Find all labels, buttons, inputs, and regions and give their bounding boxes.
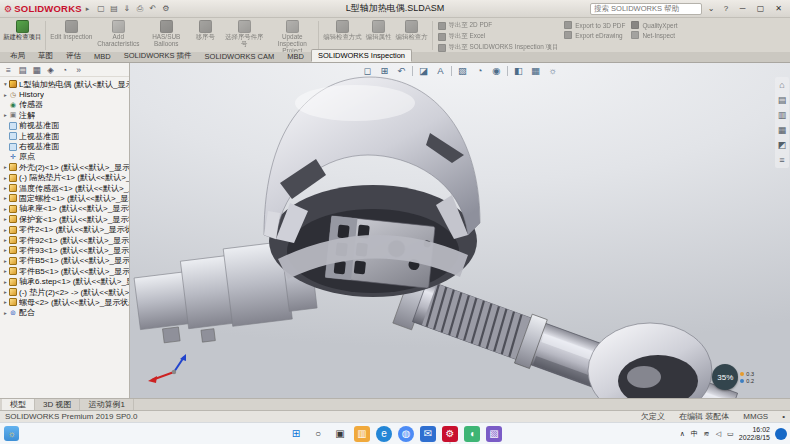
search-dropdown-icon[interactable]: ⌄	[705, 4, 717, 13]
display-style-icon[interactable]: ◔	[473, 65, 486, 76]
hide-show-items-icon[interactable]: ◉	[490, 65, 503, 76]
maximize-button[interactable]: ▢	[753, 2, 768, 16]
expander-icon[interactable]: ▸	[2, 310, 9, 316]
tree-item[interactable]: 右视基准面	[2, 141, 129, 151]
solidworks-icon[interactable]: ⚙	[442, 426, 458, 442]
tree-item[interactable]: 上视基准面	[2, 131, 129, 141]
tree-item[interactable]: ▸零件92<1> (默认<<默认>_显示状态	[2, 235, 129, 245]
wechat-icon[interactable]: ◖	[464, 426, 480, 442]
expander-icon[interactable]: ▸	[2, 268, 9, 274]
tree-item[interactable]: ▸零件B5<1> (默认<<默认>_显示状态	[2, 256, 129, 266]
displaymanager-tab-icon[interactable]: ◔	[59, 65, 70, 75]
save-icon[interactable]: ⇓	[121, 4, 132, 13]
edge-browser-icon[interactable]: e	[376, 426, 392, 442]
ime-indicator[interactable]: 中	[691, 429, 698, 439]
expander-icon[interactable]: ▸	[2, 206, 9, 212]
edit-appearance-icon[interactable]: ◧	[512, 65, 525, 76]
annotation-views-icon[interactable]: A	[434, 65, 447, 76]
dimxpertmanager-tab-icon[interactable]: ◈	[45, 65, 56, 75]
expander-icon[interactable]: ▸	[2, 279, 9, 285]
tree-item[interactable]: ▸零件93<1> (默认<<默认>_显示状态	[2, 245, 129, 255]
view-settings-icon[interactable]: ☼	[546, 65, 559, 76]
tree-item[interactable]: ▸⊚配合	[2, 308, 129, 318]
expander-icon[interactable]: ▸	[2, 227, 9, 233]
notification-badge[interactable]	[775, 428, 787, 440]
search-icon[interactable]: ○	[310, 426, 326, 442]
3d-model[interactable]	[130, 63, 790, 398]
options-icon[interactable]: ⚙	[160, 4, 171, 13]
network-icon[interactable]: ≋	[703, 430, 710, 438]
expander-icon[interactable]: ▸	[2, 185, 9, 191]
expander-icon[interactable]: ▸	[2, 299, 9, 305]
browser-icon[interactable]: ◍	[398, 426, 414, 442]
expander-icon[interactable]: ▸	[2, 258, 9, 264]
tree-item[interactable]: ▸▣注解	[2, 110, 129, 120]
previous-view-icon[interactable]: ↶	[395, 65, 408, 76]
tree-item[interactable]: 前视基准面	[2, 121, 129, 131]
zoom-area-icon[interactable]: ⊞	[378, 65, 391, 76]
featuremanager-tab-icon[interactable]: ≡	[3, 65, 14, 75]
resources-home-icon[interactable]: ⌂	[776, 80, 788, 90]
tree-item[interactable]: ▸轴承座<1> (默认<<默认>_显示状态	[2, 204, 129, 214]
print-icon[interactable]: ⎙	[134, 4, 145, 14]
tree-item[interactable]: ▸螺母<2> (默认<<默认>_显示状态	[2, 297, 129, 307]
custom-properties-icon[interactable]: ≡	[776, 155, 788, 165]
menu-expand-icon[interactable]: ▸	[86, 5, 90, 13]
expander-icon[interactable]: ▸	[2, 247, 9, 253]
apply-scene-icon[interactable]: ▦	[529, 65, 542, 76]
tree-item[interactable]: ▸保护套<1> (默认<<默认>_显示状态	[2, 214, 129, 224]
expander-icon[interactable]: ▸	[2, 216, 9, 222]
tree-item[interactable]: ▸轴承6.step<1> (默认<<默认>_显示	[2, 276, 129, 286]
volume-icon[interactable]: ◁	[715, 430, 722, 438]
tree-root[interactable]: ▾L型轴加热电偶 (默认<默认_显示状态-1	[2, 79, 129, 89]
propertymanager-tab-icon[interactable]: ▤	[17, 65, 28, 75]
tree-item[interactable]: ▸固定螺栓<1> (默认<<默认>_显示状	[2, 193, 129, 203]
undo-icon[interactable]: ↶	[147, 4, 158, 13]
new-document-icon[interactable]: ▢	[95, 4, 106, 13]
minimize-button[interactable]: ─	[735, 2, 750, 16]
expander-icon[interactable]: ▾	[2, 81, 9, 87]
section-view-icon[interactable]: ◪	[417, 65, 430, 76]
view-palette-icon[interactable]: ▦	[776, 125, 788, 135]
open-icon[interactable]: ▤	[108, 4, 119, 13]
tree-item[interactable]: ✛原点	[2, 152, 129, 162]
close-button[interactable]: ✕	[771, 2, 786, 16]
task-view-icon[interactable]: ▣	[332, 426, 348, 442]
tree-item[interactable]: ▸(-) 隔热垫片<1> (默认<<默认>_显示	[2, 173, 129, 183]
tree-item[interactable]: ▸零件2<1> (默认<<默认>_显示状态	[2, 224, 129, 234]
ribbon-tab[interactable]: MBD	[88, 51, 117, 62]
tree-item[interactable]: ▸(-) 垫片(2)<2> -> (默认<<默认>_显	[2, 287, 129, 297]
battery-icon[interactable]: ▭	[727, 430, 734, 438]
tray-chevron-icon[interactable]: ∧	[679, 430, 686, 438]
expander-icon[interactable]: ▸	[2, 237, 9, 243]
ribbon-tab[interactable]: MBD	[281, 51, 310, 62]
tree-item[interactable]: ▸◷History	[2, 89, 129, 99]
tree-item[interactable]: ▸温度传感器<1> (默认<<默认>_显示	[2, 183, 129, 193]
graphics-area[interactable]: ◻⊞↶◪A▧◔◉◧▦☼ ⌂▤▥▦◩≡ 35% 0.30.2	[130, 63, 790, 398]
mail-icon[interactable]: ✉	[420, 426, 436, 442]
expander-icon[interactable]: ▸	[2, 175, 9, 181]
design-library-icon[interactable]: ▤	[776, 95, 788, 105]
expander-icon[interactable]: ▸	[2, 92, 9, 98]
tree-item[interactable]: ▸零件B5<1> (默认<<默认>_显示状态	[2, 266, 129, 276]
new-inspection-project-button[interactable]: 新建检查项目	[2, 19, 42, 52]
expander-icon[interactable]: ▸	[2, 164, 9, 170]
ribbon-tab[interactable]: 布局	[4, 50, 31, 62]
file-explorer-icon[interactable]: ▥	[776, 110, 788, 120]
search-input[interactable]	[590, 3, 702, 15]
tree-item[interactable]: ◉传感器	[2, 100, 129, 110]
tree-item[interactable]: ▸外壳(2)<1> (默认<<默认>_显示状态	[2, 162, 129, 172]
ribbon-tab[interactable]: SOLIDWORKS CAM	[199, 51, 281, 62]
document-tab[interactable]: 运动算例1	[80, 399, 133, 410]
appearances-icon[interactable]: ◩	[776, 140, 788, 150]
taskbar-clock[interactable]: 16:02 2022/8/15	[739, 426, 770, 441]
document-tab[interactable]: 模型	[2, 399, 35, 410]
expander-icon[interactable]: ▸	[2, 112, 9, 118]
image-viewer-icon[interactable]: ▧	[486, 426, 502, 442]
view-orientation-icon[interactable]: ▧	[456, 65, 469, 76]
document-tab[interactable]: 3D 视图	[35, 399, 80, 410]
file-explorer-icon[interactable]: ▥	[354, 426, 370, 442]
configurationmanager-tab-icon[interactable]: ▦	[31, 65, 42, 75]
expander-icon[interactable]: ▸	[2, 289, 9, 295]
expand-panel-icon[interactable]: »	[73, 65, 84, 75]
